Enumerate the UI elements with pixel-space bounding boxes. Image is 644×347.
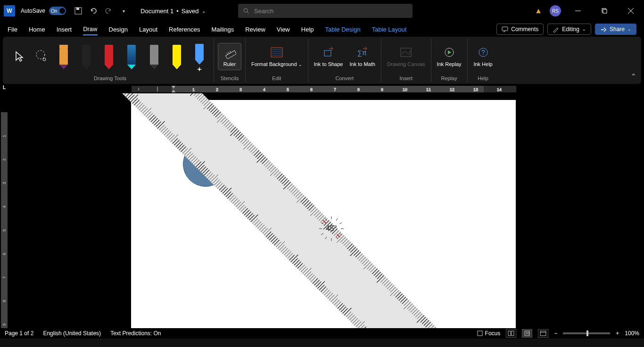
- focus-mode[interactable]: Focus: [477, 330, 501, 337]
- svg-line-59: [339, 233, 342, 235]
- svg-rect-75: [540, 331, 546, 336]
- warning-icon[interactable]: ▲: [535, 7, 542, 15]
- minimize-button[interactable]: [569, 4, 587, 18]
- autosave-toggle[interactable]: AutoSave On: [21, 7, 66, 15]
- page[interactable]: 45°: [131, 100, 516, 339]
- tab-view[interactable]: View: [277, 24, 290, 35]
- zoom-level[interactable]: 100%: [625, 330, 639, 337]
- ink-help-button[interactable]: ? Ink Help: [471, 43, 495, 69]
- svg-rect-12: [225, 51, 236, 59]
- svg-point-2: [244, 8, 248, 12]
- tab-home[interactable]: Home: [29, 24, 45, 35]
- comments-button[interactable]: Comments: [496, 24, 544, 35]
- qat-dropdown-icon[interactable]: ▾: [117, 4, 130, 17]
- ink-shape-icon: [322, 45, 335, 59]
- highlighter-yellow[interactable]: [170, 44, 184, 69]
- zoom-slider[interactable]: [563, 332, 610, 334]
- maximize-button[interactable]: [595, 4, 614, 18]
- svg-text:12: 12: [450, 87, 454, 92]
- search-input[interactable]: Search: [238, 4, 413, 18]
- document-title[interactable]: Document 1 • Saved ⌄: [140, 8, 206, 15]
- chevron-down-icon: ⌄: [582, 27, 586, 32]
- svg-line-60: [336, 237, 338, 239]
- group-label-stencils: Stencils: [218, 74, 241, 82]
- close-button[interactable]: [621, 4, 640, 18]
- tab-design[interactable]: Design: [109, 24, 128, 35]
- zoom-out-button[interactable]: −: [554, 330, 557, 337]
- pen-galaxy[interactable]: [124, 44, 139, 69]
- svg-line-63: [321, 233, 323, 235]
- tab-table-design[interactable]: Table Design: [325, 24, 361, 35]
- undo-icon[interactable]: [87, 4, 100, 17]
- ruler-stencil[interactable]: [64, 93, 637, 339]
- svg-rect-72: [525, 331, 529, 336]
- ruler-angle-indicator[interactable]: 45°: [317, 215, 346, 243]
- toggle-switch[interactable]: On: [49, 7, 66, 15]
- tab-references[interactable]: References: [169, 24, 200, 35]
- page-indicator[interactable]: Page 1 of 2: [5, 330, 33, 337]
- search-icon: [243, 8, 249, 14]
- lines-page-icon: [270, 45, 283, 59]
- svg-line-67: [323, 220, 326, 223]
- document-canvas[interactable]: 45°: [8, 93, 644, 339]
- zoom-in-button[interactable]: +: [616, 330, 619, 337]
- pen-red[interactable]: [102, 44, 116, 69]
- editing-mode-button[interactable]: Editing ⌄: [547, 24, 591, 35]
- svg-rect-9: [502, 27, 508, 31]
- pen-black[interactable]: [79, 44, 93, 69]
- ink-to-math-button[interactable]: ∑π Ink to Math: [347, 43, 377, 69]
- text-predictions[interactable]: Text Predictions: On: [110, 330, 161, 337]
- vertical-ruler[interactable]: 1 2 3 4 5 6 7 8 9: [0, 93, 8, 339]
- action-pen-blue[interactable]: [192, 44, 206, 69]
- svg-rect-28: [172, 86, 484, 92]
- web-layout-icon[interactable]: [538, 329, 548, 338]
- redo-icon[interactable]: [102, 4, 115, 17]
- user-avatar[interactable]: RS: [550, 5, 561, 17]
- pencil-gray[interactable]: [147, 44, 161, 69]
- lasso-select-tool[interactable]: [32, 47, 51, 66]
- ribbon-content: Drawing Tools Ruler Stencils Format Back…: [3, 37, 641, 84]
- tab-layout[interactable]: Layout: [139, 24, 157, 35]
- svg-rect-21: [324, 50, 331, 56]
- tab-draw[interactable]: Draw: [83, 24, 97, 35]
- svg-line-56: [336, 218, 338, 221]
- ink-to-shape-button[interactable]: Ink to Shape: [312, 43, 345, 69]
- tab-mailings[interactable]: Mailings: [212, 24, 234, 35]
- pencil-icon: [553, 26, 559, 33]
- svg-rect-23: [401, 48, 411, 57]
- windows-taskbar[interactable]: [0, 339, 644, 347]
- tab-help[interactable]: Help: [301, 24, 314, 35]
- tab-insert[interactable]: Insert: [57, 24, 72, 35]
- ruler-button[interactable]: Ruler: [218, 43, 241, 70]
- toggle-knob: [59, 8, 65, 14]
- select-tool[interactable]: [10, 47, 29, 66]
- share-button[interactable]: Share ⌄: [595, 24, 636, 35]
- horizontal-ruler[interactable]: L 1234 5678 9101112 1314: [0, 85, 644, 93]
- svg-line-68: [337, 234, 340, 237]
- svg-text:14: 14: [497, 87, 502, 92]
- ruler-icon: [223, 45, 236, 59]
- word-app-icon[interactable]: W: [4, 5, 15, 17]
- tab-review[interactable]: Review: [245, 24, 265, 35]
- svg-rect-16: [271, 48, 282, 57]
- tab-table-layout[interactable]: Table Layout: [372, 24, 407, 35]
- format-background-button[interactable]: Format Background ⌄: [249, 43, 304, 69]
- svg-text:5: 5: [2, 229, 7, 231]
- svg-text:2: 2: [2, 158, 7, 161]
- print-layout-icon[interactable]: [522, 329, 532, 338]
- hruler-scale: 1234 5678 9101112 1314: [11, 86, 639, 92]
- svg-point-10: [36, 50, 45, 59]
- ink-replay-button[interactable]: Ink Replay: [435, 43, 463, 69]
- zoom-thumb[interactable]: [586, 330, 588, 336]
- vruler-scale: 1 2 3 4 5 6 7 8 9: [0, 93, 8, 339]
- svg-text:9: 9: [381, 87, 383, 92]
- pen-orange[interactable]: [57, 44, 71, 69]
- read-mode-icon[interactable]: [506, 329, 516, 338]
- svg-line-14: [228, 52, 229, 54]
- collapse-ribbon-icon[interactable]: ⌃: [630, 72, 636, 81]
- svg-text:8: 8: [357, 87, 360, 92]
- save-icon[interactable]: [72, 4, 85, 17]
- tab-file[interactable]: File: [8, 24, 17, 35]
- language-indicator[interactable]: English (United States): [43, 330, 101, 337]
- group-label-insert: Insert: [385, 74, 427, 82]
